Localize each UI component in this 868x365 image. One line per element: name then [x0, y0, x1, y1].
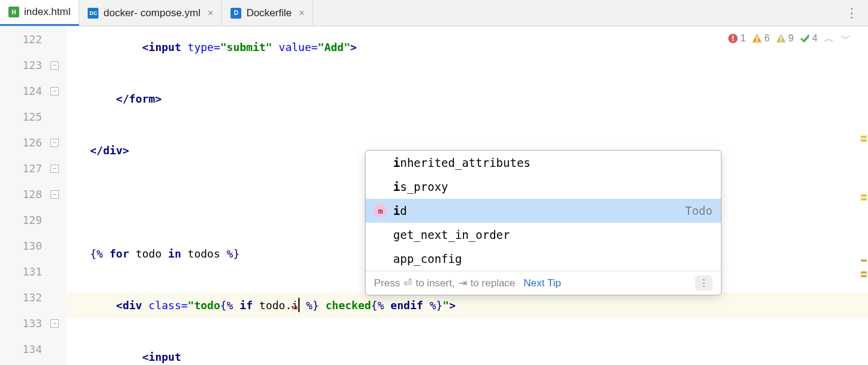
completion-icon	[374, 180, 387, 193]
tab-label: Dockerfile	[246, 7, 292, 19]
stripe-marker[interactable]	[861, 275, 867, 277]
fold-marker-icon[interactable]: −	[50, 87, 59, 95]
completion-label: is_proxy	[393, 180, 713, 193]
completion-label: id	[393, 204, 679, 217]
stripe-marker[interactable]	[861, 271, 867, 274]
tab-label: docker- compose.yml	[103, 7, 200, 19]
stripe-marker[interactable]	[861, 198, 867, 201]
line-number: 125	[0, 104, 42, 130]
autocomplete-item[interactable]: get_next_in_order	[366, 223, 721, 247]
more-options-icon[interactable]: ⋮	[695, 276, 713, 291]
gutter: 122 123− 124− 125 126− 127− 128− 129 130…	[0, 26, 66, 365]
tab-bar: H index.html DC docker- compose.yml × D …	[0, 0, 868, 26]
line-number: 122	[0, 26, 42, 52]
completion-icon	[374, 252, 387, 265]
tab-docker-compose[interactable]: DC docker- compose.yml ×	[79, 0, 222, 26]
line-number: 132	[0, 285, 42, 310]
completion-hint: Todo	[685, 204, 713, 217]
error-stripe[interactable]	[860, 26, 868, 365]
line-number: 129	[0, 207, 42, 233]
line-number: 126−	[0, 130, 42, 155]
method-icon: m	[374, 204, 387, 217]
footer-text: to replace	[471, 277, 516, 289]
fold-marker-icon[interactable]: −	[50, 164, 59, 173]
fold-marker-icon[interactable]: −	[50, 139, 59, 147]
completion-icon	[374, 156, 387, 169]
html-file-icon: H	[8, 7, 19, 17]
autocomplete-item-selected[interactable]: m id Todo	[366, 199, 721, 223]
tab-index-html[interactable]: H index.html	[0, 0, 79, 26]
close-icon[interactable]: ×	[205, 8, 213, 19]
autocomplete-popup[interactable]: inherited_attributes is_proxy m id Todo …	[365, 150, 722, 295]
line-number: 123−	[0, 52, 42, 78]
stripe-marker[interactable]	[861, 136, 867, 138]
tab-dockerfile[interactable]: D Dockerfile ×	[222, 0, 313, 26]
line-number: 128−	[0, 181, 42, 207]
completion-label: get_next_in_order	[393, 228, 713, 241]
stripe-marker[interactable]	[861, 259, 867, 262]
line-number: 127−	[0, 155, 42, 181]
more-menu-icon[interactable]: ⋮	[845, 5, 860, 20]
fold-marker-icon[interactable]: −	[50, 319, 59, 328]
footer-text: Press	[374, 277, 400, 289]
line-number: 124−	[0, 78, 42, 104]
stripe-marker[interactable]	[861, 139, 867, 142]
line-number: 131	[0, 259, 42, 285]
stripe-marker[interactable]	[861, 195, 867, 197]
line-number: 133−	[0, 310, 42, 336]
footer-text: to insert,	[415, 277, 454, 289]
tab-key-icon: ⇥	[459, 277, 467, 289]
fold-marker-icon[interactable]: −	[50, 190, 59, 199]
autocomplete-item[interactable]: app_config	[366, 247, 721, 271]
autocomplete-item[interactable]: inherited_attributes	[366, 151, 721, 175]
dockerfile-icon: D	[231, 8, 241, 19]
completion-icon	[374, 228, 387, 241]
line-number: 134	[0, 336, 42, 362]
next-tip-link[interactable]: Next Tip	[523, 277, 561, 289]
completion-label: inherited_attributes	[393, 156, 713, 169]
enter-key-icon: ⏎	[403, 277, 412, 289]
docker-compose-file-icon: DC	[88, 8, 98, 19]
line-number: 130	[0, 233, 42, 259]
close-icon[interactable]: ×	[297, 8, 304, 19]
autocomplete-footer: Press ⏎ to insert, ⇥ to replace Next Tip…	[366, 271, 721, 295]
fold-marker-icon[interactable]: −	[50, 61, 59, 70]
completion-label: app_config	[393, 252, 713, 265]
autocomplete-item[interactable]: is_proxy	[366, 175, 721, 199]
tab-label: index.html	[24, 6, 70, 18]
